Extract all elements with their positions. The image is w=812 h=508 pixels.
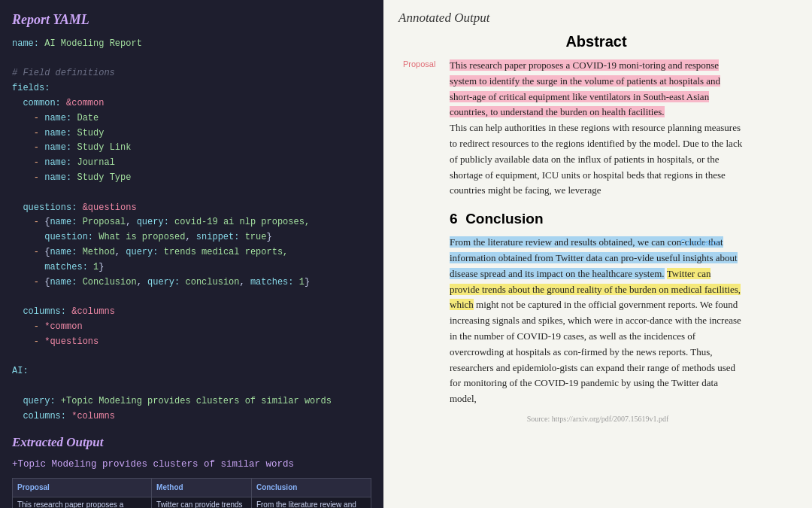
left-panel: Report YAML name: AI Modeling Report # F… — [0, 0, 383, 508]
col-conclusion: Conclusion — [251, 478, 371, 497]
conclusion-body: Conclusion From the literature review an… — [450, 235, 743, 407]
abstract-body: Proposal This research paper proposes a … — [450, 58, 743, 199]
extracted-title: Extracted Output — [12, 432, 371, 452]
abstract-text-remainder: This can help authorities in these regio… — [450, 122, 742, 196]
section-title: Conclusion — [465, 211, 543, 227]
section-number: 6 — [450, 211, 458, 227]
report-title: Report YAML — [12, 9, 371, 31]
proposal-annotation-wrapper: Proposal This research paper proposes a … — [450, 58, 743, 120]
right-panel: Annotated Output Abstract Proposal This … — [383, 0, 812, 508]
annotated-title: Annotated Output — [398, 11, 797, 26]
conclusion-text-after: might not be captured in the official go… — [450, 299, 741, 404]
section-heading: 6 Conclusion — [450, 211, 743, 227]
right-inner-content: Abstract Proposal This research paper pr… — [398, 33, 797, 407]
source-text: Source: https://arxiv.org/pdf/2007.15619… — [398, 415, 797, 423]
abstract-heading: Abstract — [450, 33, 743, 50]
extracted-subtitle: +Topic Modeling provides clusters of sim… — [12, 457, 371, 472]
extracted-table: Proposal Method Conclusion This research… — [12, 478, 371, 508]
cell-conclusion: From the literature review and results o… — [251, 497, 371, 508]
yaml-code-block: name: AI Modeling Report # Field definit… — [12, 37, 371, 424]
cell-method: Twitter can provide trends about the gro… — [152, 497, 252, 508]
abstract-highlighted-proposal: This research paper proposes a COVID-19 … — [450, 59, 720, 117]
table-row: This research paper proposes a COVID-19 … — [13, 497, 371, 508]
cell-proposal: This research paper proposes a COVID-19 … — [13, 497, 152, 508]
col-method: Method — [152, 478, 252, 497]
col-proposal: Proposal — [13, 478, 152, 497]
conclusion-label: Conclusion — [680, 236, 720, 250]
proposal-label: Proposal — [403, 58, 435, 71]
